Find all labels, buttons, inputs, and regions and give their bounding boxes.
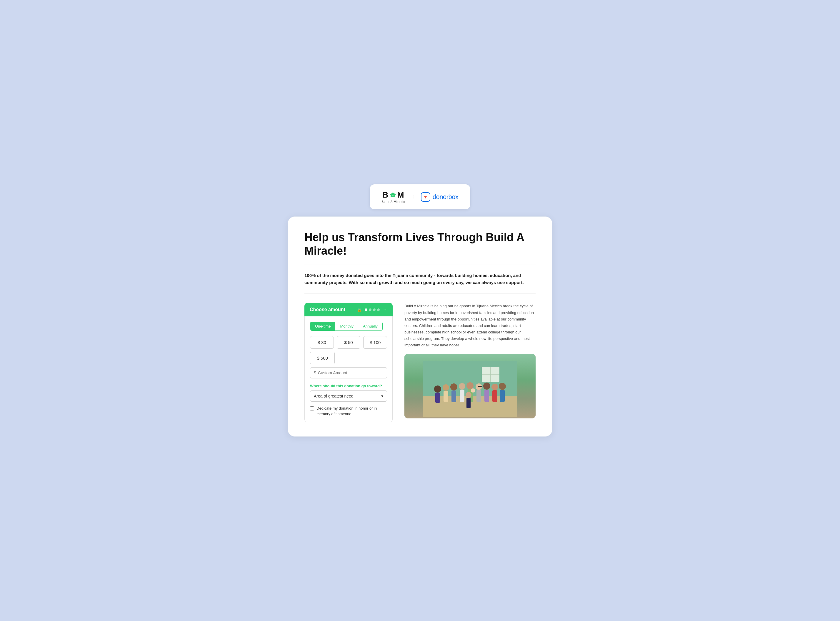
amount-50[interactable]: $ 50 xyxy=(337,336,361,349)
dedicate-checkbox[interactable] xyxy=(310,406,314,410)
svg-rect-21 xyxy=(484,389,489,402)
page-wrapper: B M Build A Miracle + ♥ donorbox Help us… xyxy=(288,184,552,437)
next-arrow-icon[interactable]: → xyxy=(383,307,387,312)
donation-widget: Choose amount 🔒 → xyxy=(305,303,393,422)
bam-logo-text: B M xyxy=(382,190,405,200)
svg-rect-25 xyxy=(500,390,505,402)
dot-1 xyxy=(365,309,367,311)
dedicate-row: Dedicate my donation in honor or in memo… xyxy=(310,406,387,417)
heart-icon: ♥ xyxy=(424,194,427,200)
widget-title: Choose amount xyxy=(310,307,345,312)
divider-2 xyxy=(305,293,535,294)
svg-point-9 xyxy=(443,384,449,391)
bam-subtitle: Build A Miracle xyxy=(382,200,405,203)
donorbox-wordmark: donorbox xyxy=(433,193,458,201)
logo-bar: B M Build A Miracle + ♥ donorbox xyxy=(370,184,470,209)
svg-point-11 xyxy=(450,383,457,391)
people-overlay xyxy=(405,361,535,418)
tab-one-time[interactable]: One-time xyxy=(310,322,335,330)
svg-point-13 xyxy=(459,383,465,389)
svg-point-22 xyxy=(491,384,498,390)
dropdown-arrow-icon: ▾ xyxy=(381,394,383,398)
content-area: Choose amount 🔒 → xyxy=(305,303,535,422)
page-title: Help us Transform Lives Through Build A … xyxy=(305,231,535,257)
donation-label: Where should this donation go toward? xyxy=(310,384,387,388)
plus-sign: + xyxy=(411,193,415,201)
amount-100[interactable]: $ 100 xyxy=(363,336,387,349)
donorbox-logo: ♥ donorbox xyxy=(421,192,458,202)
progress-dots xyxy=(365,309,380,311)
svg-point-7 xyxy=(434,385,441,392)
svg-point-26 xyxy=(465,392,472,398)
svg-point-17 xyxy=(471,388,475,392)
svg-rect-8 xyxy=(435,392,440,403)
dropdown-value: Area of greatest need xyxy=(314,394,353,398)
custom-amount-input[interactable] xyxy=(318,371,383,375)
org-description: Build A Miracle is helping our neighbors… xyxy=(405,303,535,348)
svg-rect-14 xyxy=(460,389,464,402)
svg-point-24 xyxy=(499,383,506,390)
tab-annually[interactable]: Annually xyxy=(358,322,382,330)
house-icon xyxy=(390,191,396,198)
widget-header: Choose amount 🔒 → xyxy=(305,303,393,317)
right-panel: Build A Miracle is helping our neighbors… xyxy=(405,303,535,422)
donation-dropdown[interactable]: Area of greatest need ▾ xyxy=(310,391,387,401)
group-photo xyxy=(405,354,535,418)
tab-monthly[interactable]: Monthly xyxy=(335,322,358,330)
dot-2 xyxy=(369,309,371,311)
dot-3 xyxy=(373,309,376,311)
custom-amount-container: $ xyxy=(310,367,387,379)
group-silhouettes xyxy=(423,361,517,417)
svg-rect-12 xyxy=(452,391,456,402)
amount-30[interactable]: $ 30 xyxy=(310,336,334,349)
lock-icon: 🔒 xyxy=(357,307,362,312)
page-description: 100% of the money donated goes into the … xyxy=(305,272,535,286)
widget-body: One-time Monthly Annually $ 30 $ 50 $ 10… xyxy=(305,317,393,422)
photo-container xyxy=(405,354,535,418)
svg-rect-27 xyxy=(467,398,471,408)
widget-header-right: 🔒 → xyxy=(357,307,387,312)
svg-rect-23 xyxy=(492,390,497,402)
frequency-tabs: One-time Monthly Annually xyxy=(310,322,383,331)
donorbox-icon: ♥ xyxy=(421,192,430,202)
svg-rect-1 xyxy=(392,196,394,197)
dedicate-label: Dedicate my donation in honor or in memo… xyxy=(317,406,387,417)
svg-rect-19 xyxy=(476,390,481,402)
amount-grid: $ 30 $ 50 $ 100 xyxy=(310,336,387,349)
svg-point-20 xyxy=(483,383,490,389)
bam-logo: B M Build A Miracle xyxy=(382,190,405,203)
currency-symbol: $ xyxy=(314,371,316,375)
svg-rect-28 xyxy=(478,386,482,387)
svg-rect-10 xyxy=(444,391,448,402)
amount-500[interactable]: $ 500 xyxy=(310,352,335,364)
svg-point-15 xyxy=(467,382,473,389)
main-card: Help us Transform Lives Through Build A … xyxy=(288,217,552,437)
dot-4 xyxy=(377,309,380,311)
divider-1 xyxy=(305,265,535,265)
